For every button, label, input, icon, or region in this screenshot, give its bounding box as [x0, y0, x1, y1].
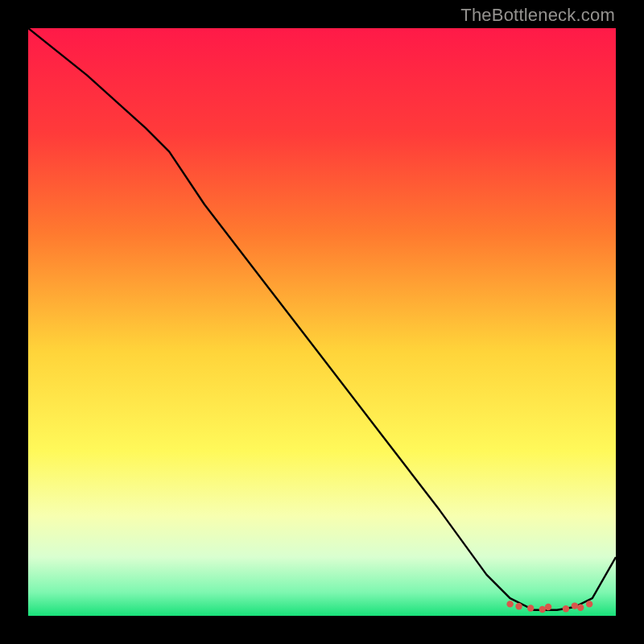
marker-dot	[515, 603, 522, 609]
bottleneck-chart	[28, 28, 616, 616]
gradient-background	[28, 28, 616, 616]
watermark-text: TheBottleneck.com	[460, 5, 615, 26]
marker-dot	[577, 605, 584, 611]
plot-area	[28, 28, 616, 616]
marker-dot	[572, 602, 578, 609]
marker-dot	[586, 601, 592, 607]
marker-dot	[539, 606, 546, 613]
marker-dot	[563, 605, 569, 612]
marker-dot	[545, 604, 551, 610]
marker-dot	[527, 605, 534, 611]
chart-frame: TheBottleneck.com	[0, 0, 644, 644]
marker-dot	[506, 601, 513, 607]
